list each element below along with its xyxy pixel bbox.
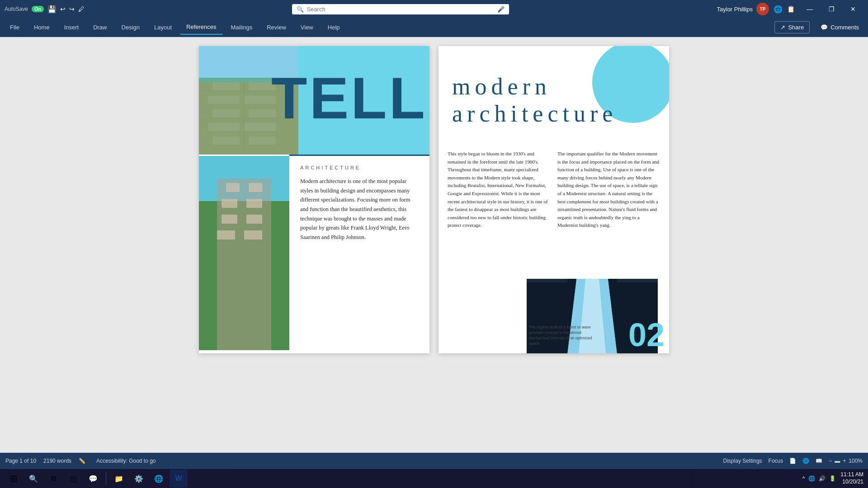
user-area: Taylor Phillips TP: [717, 3, 769, 15]
start-button[interactable]: ⊞: [5, 469, 23, 488]
document-area: TELL: [0, 37, 868, 453]
ribbon: File Home Insert Draw Design Layout Refe…: [0, 18, 868, 37]
zoom-level: 100%: [849, 458, 863, 464]
page-1: TELL: [199, 46, 429, 353]
time: 11:11 AM: [840, 471, 863, 479]
page-2: modern architecture This style began to …: [439, 46, 669, 353]
page1-header: TELL: [199, 46, 429, 155]
zoom-out-icon[interactable]: −: [829, 458, 832, 464]
share-button[interactable]: ↗ Share: [774, 21, 810, 33]
autosave-toggle[interactable]: On: [32, 6, 44, 12]
minimize-button[interactable]: —: [799, 0, 820, 18]
taskbar-right: ^ 🌐 🔊 🔋 11:11 AM 10/20/21: [802, 471, 863, 485]
restore-button[interactable]: ❐: [821, 0, 842, 18]
page-info: Page 1 of 10: [5, 458, 36, 464]
tab-layout[interactable]: Layout: [148, 20, 178, 34]
doc-container: TELL: [199, 46, 669, 444]
window-controls: — ❐ ✕: [799, 0, 863, 18]
view-web-icon[interactable]: 🌐: [802, 458, 809, 464]
tab-references[interactable]: References: [180, 20, 222, 35]
arch-label: ARCHITECTURE: [300, 165, 419, 170]
search-input[interactable]: [307, 6, 495, 13]
microphone-icon[interactable]: 🎤: [497, 6, 505, 13]
taskview-button[interactable]: ⧉: [44, 469, 62, 488]
settings-button[interactable]: ⚙️: [130, 469, 148, 488]
date: 10/20/21: [840, 479, 863, 486]
view-read-icon[interactable]: 📖: [816, 458, 822, 464]
page1-image-col: [199, 156, 289, 353]
search-taskbar-button[interactable]: 🔍: [24, 469, 42, 488]
modern-arch-title: modern architecture: [452, 60, 656, 127]
tab-insert[interactable]: Insert: [58, 20, 85, 34]
page1-lower-svg: [199, 156, 289, 350]
statusbar-right: Display Settings Focus 📄 🌐 📖 − ▬ + 100%: [723, 458, 863, 464]
tab-review[interactable]: Review: [260, 20, 292, 34]
arch-body-text: Modern architecture is one of the most p…: [300, 177, 419, 242]
svg-rect-38: [617, 279, 658, 282]
tab-draw[interactable]: Draw: [87, 20, 113, 34]
svg-rect-25: [222, 199, 237, 208]
page-number: 02: [628, 319, 665, 351]
titlebar-right: Taylor Phillips TP 🌐 📋 — ❐ ✕: [717, 0, 863, 18]
autosave-label: AutoSave: [5, 6, 28, 12]
page2-bottom: 02 The organic truth of a forest or wave…: [439, 274, 669, 353]
chat-button[interactable]: 💬: [84, 469, 102, 488]
format-painter-icon[interactable]: 🖊: [78, 5, 85, 13]
svg-rect-37: [527, 279, 567, 282]
save-icon[interactable]: 💾: [47, 5, 57, 14]
explorer-button[interactable]: 📁: [110, 469, 128, 488]
zoom-slider[interactable]: ▬: [835, 458, 840, 464]
speaker-icon[interactable]: 🔊: [819, 475, 826, 482]
tab-mailings[interactable]: Mailings: [225, 20, 259, 34]
titlebar-left: AutoSave On 💾 ↩ ↪ 🖊: [5, 5, 85, 14]
tab-help[interactable]: Help: [321, 20, 346, 34]
undo-icon[interactable]: ↩: [60, 5, 66, 13]
battery-icon[interactable]: 🔋: [829, 475, 836, 482]
svg-rect-28: [246, 215, 262, 224]
comments-icon: 💬: [821, 24, 828, 31]
page2-col1: This style began to bloom in the 1930's …: [448, 150, 550, 230]
tab-design[interactable]: Design: [115, 20, 146, 34]
display-settings[interactable]: Display Settings: [723, 458, 762, 464]
edit-icon: ✏️: [79, 458, 85, 464]
edge-button[interactable]: 🌐: [150, 469, 168, 488]
ribbon-toggle-icon[interactable]: 📋: [787, 5, 795, 13]
tab-home[interactable]: Home: [28, 20, 56, 34]
statusbar: Page 1 of 10 2190 words ✏️ Accessibility…: [0, 453, 868, 469]
user-name: Taylor Phillips: [717, 6, 753, 13]
avatar: TP: [756, 3, 769, 15]
titlebar-center: 🔍 🎤: [85, 4, 717, 14]
tab-file[interactable]: File: [4, 20, 26, 34]
svg-rect-23: [226, 183, 240, 192]
svg-rect-26: [246, 199, 262, 208]
redo-icon[interactable]: ↪: [69, 5, 75, 13]
page2-header: modern architecture: [439, 46, 669, 150]
network-icon[interactable]: 🌐: [808, 475, 815, 482]
title-line2: architecture: [452, 101, 617, 127]
search-icon: 🔍: [297, 6, 304, 13]
svg-rect-30: [244, 230, 262, 239]
clock[interactable]: 11:11 AM 10/20/21: [840, 471, 863, 485]
focus-mode[interactable]: Focus: [769, 458, 783, 464]
ribbon-right: ↗ Share 💬 Comments: [774, 21, 864, 33]
tab-view[interactable]: View: [294, 20, 320, 34]
tell-text: TELL: [271, 69, 427, 127]
view-print-icon[interactable]: 📄: [789, 458, 796, 464]
share-icon: ↗: [780, 24, 785, 31]
photo-caption: The organic truth of a forest or wave pr…: [529, 325, 601, 347]
zoom-in-icon[interactable]: +: [843, 458, 846, 464]
close-button[interactable]: ✕: [843, 0, 863, 18]
taskbar-sep: [106, 472, 106, 485]
sys-tray: ^ 🌐 🔊 🔋: [802, 475, 836, 482]
widgets-button[interactable]: ◫: [64, 469, 82, 488]
word-button[interactable]: W: [170, 469, 188, 488]
comments-button[interactable]: 💬 Comments: [815, 22, 864, 33]
zoom-control: − ▬ + 100%: [829, 458, 863, 464]
globe-icon[interactable]: 🌐: [774, 5, 783, 14]
word-count: 2190 words: [43, 458, 71, 464]
svg-rect-27: [222, 215, 237, 224]
search-bar[interactable]: 🔍 🎤: [292, 4, 509, 14]
page2-col2: The important qualifier for the Modern m…: [557, 150, 660, 230]
show-hidden-icon[interactable]: ^: [802, 475, 805, 482]
svg-rect-24: [249, 183, 262, 192]
